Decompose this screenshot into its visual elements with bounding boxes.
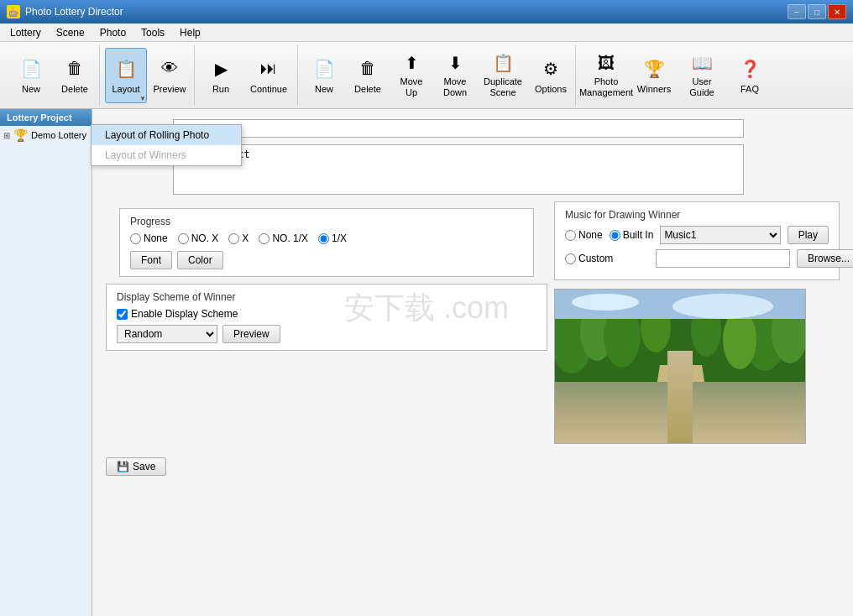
continue-button-label: Continue [250, 84, 287, 95]
menu-bar: Lottery Scene Photo Tools Help [0, 23, 853, 42]
close-button[interactable]: ✕ [828, 4, 846, 19]
main-area: Lottery Project ⊞ 🏆 Demo Lottery Descrip… [0, 109, 853, 616]
move-down-button[interactable]: ⬇ Move Down [434, 48, 476, 103]
music-none-option[interactable]: None [565, 229, 603, 241]
winners-label: Winners [637, 84, 671, 95]
display-scheme-section: Display Scheme of Winner Enable Display … [106, 284, 547, 351]
scene-new-button[interactable]: 📄 New [303, 48, 345, 103]
color-button[interactable]: Color [177, 251, 223, 269]
winners-button[interactable]: 🏆 Winners [633, 48, 675, 103]
scheme-select[interactable]: Random [117, 325, 217, 343]
right-column: Music for Drawing Winner None Built In M… [554, 201, 840, 444]
progress-title: Progress [130, 216, 523, 227]
play-button[interactable]: Play [788, 226, 829, 244]
sidebar: Lottery Project ⊞ 🏆 Demo Lottery [0, 109, 92, 616]
progress-no-x-radio[interactable] [178, 233, 189, 244]
description-textarea[interactable] [173, 144, 744, 195]
progress-no-x-label: NO. X [191, 232, 219, 244]
scene-delete-button[interactable]: 🗑 Delete [347, 48, 389, 103]
scene-new-icon: 📄 [311, 55, 338, 82]
scene-preview-image [554, 289, 806, 444]
app-title: Photo Lottery Director [25, 6, 123, 18]
music-none-label: None [578, 229, 603, 241]
toolbar-group-2: 📋 Layout ▼ 👁 Preview [102, 45, 195, 106]
progress-1-x-radio[interactable] [318, 233, 329, 244]
faq-icon: ❓ [736, 55, 763, 82]
font-button[interactable]: Font [130, 251, 172, 269]
duplicate-icon: 📋 [489, 52, 516, 76]
save-section: 💾 Save [92, 451, 853, 483]
enable-display-label: Enable Display Scheme [131, 308, 238, 320]
progress-x-radio[interactable] [228, 233, 239, 244]
music-custom-option[interactable]: Custom [565, 253, 649, 264]
layout-dropdown-menu: Layout of Rolling Photo Layout of Winner… [91, 124, 242, 166]
two-col-section: Progress None NO. X X [106, 201, 840, 444]
layout-rolling-photo-item[interactable]: Layout of Rolling Photo [92, 125, 241, 145]
progress-no-1-x-radio[interactable] [259, 233, 270, 244]
preview-button[interactable]: 👁 Preview [149, 48, 191, 103]
options-button[interactable]: ⚙ Options [530, 48, 572, 103]
scene-delete-label: Delete [354, 84, 381, 95]
continue-button[interactable]: ⏭ Continue [243, 48, 294, 103]
svg-marker-11 [672, 365, 689, 444]
scheme-preview-button[interactable]: Preview [222, 325, 280, 343]
layout-button[interactable]: 📋 Layout ▼ [105, 48, 147, 103]
minimize-button[interactable]: − [788, 4, 806, 19]
browse-button[interactable]: Browse... [797, 249, 853, 268]
photo-mgmt-button[interactable]: 🖼 Photo Management [581, 48, 631, 103]
toolbar-group-4: 📄 New 🗑 Delete ⬆ Move Up ⬇ Move Down 📋 D… [300, 45, 576, 106]
sidebar-item-label: Demo Lottery [31, 130, 86, 140]
music-none-radio[interactable] [565, 230, 576, 241]
progress-none-option[interactable]: None [130, 232, 168, 244]
maximize-button[interactable]: □ [808, 4, 826, 19]
layout-winners-item: Layout of Winners [92, 145, 241, 165]
move-up-button[interactable]: ⬆ Move Up [390, 48, 432, 103]
run-button[interactable]: ▶ Run [200, 48, 242, 103]
sidebar-item-demo-lottery[interactable]: ⊞ 🏆 Demo Lottery [0, 126, 92, 144]
run-button-label: Run [212, 84, 229, 95]
music-builtin-option[interactable]: Built In [610, 229, 654, 241]
save-button[interactable]: 💾 Save [106, 457, 166, 476]
faq-label: FAQ [740, 84, 759, 95]
options-label: Options [535, 84, 567, 95]
progress-x-label: X [242, 232, 249, 244]
progress-none-label: None [144, 232, 168, 244]
save-label: Save [133, 461, 155, 472]
name-label [106, 119, 173, 122]
music-custom-radio[interactable] [565, 253, 576, 264]
layout-icon: 📋 [113, 55, 139, 82]
svg-rect-15 [714, 407, 806, 444]
name-input[interactable] [173, 119, 744, 138]
music-select[interactable]: Music1 [660, 226, 780, 244]
app-icon: 🎰 [7, 5, 20, 18]
progress-1-x-option[interactable]: 1/X [318, 232, 347, 244]
menu-photo[interactable]: Photo [93, 25, 133, 40]
music-custom-label: Custom [578, 253, 613, 264]
delete-button[interactable]: 🗑 Delete [54, 48, 96, 103]
progress-x-option[interactable]: X [228, 232, 249, 244]
progress-none-radio[interactable] [130, 233, 141, 244]
menu-tools[interactable]: Tools [134, 25, 171, 40]
svg-point-7 [723, 311, 756, 369]
progress-radio-group: None NO. X X NO. 1/X [130, 232, 523, 244]
progress-1-x-label: 1/X [332, 232, 347, 244]
new-button[interactable]: 📄 New [10, 48, 52, 103]
progress-no-1-x-option[interactable]: NO. 1/X [259, 232, 308, 244]
menu-scene[interactable]: Scene [50, 25, 92, 40]
photo-mgmt-label: Photo Management [579, 76, 633, 98]
duplicate-button[interactable]: 📋 Duplicate Scene [478, 48, 528, 103]
content-panel: Description Progress None [92, 109, 853, 616]
music-custom-input[interactable] [656, 249, 790, 268]
menu-help[interactable]: Help [173, 25, 207, 40]
menu-lottery[interactable]: Lottery [3, 25, 48, 40]
user-guide-button[interactable]: 📖 User Guide [677, 48, 727, 103]
music-builtin-radio[interactable] [610, 230, 620, 241]
layout-button-label: Layout [112, 84, 139, 95]
enable-display-checkbox[interactable] [117, 309, 128, 320]
new-icon: 📄 [18, 55, 44, 82]
user-guide-label: User Guide [679, 76, 725, 98]
music-section: Music for Drawing Winner None Built In M… [554, 201, 840, 280]
progress-no-x-option[interactable]: NO. X [178, 232, 219, 244]
display-scheme-title: Display Scheme of Winner [117, 291, 536, 303]
faq-button[interactable]: ❓ FAQ [729, 48, 771, 103]
